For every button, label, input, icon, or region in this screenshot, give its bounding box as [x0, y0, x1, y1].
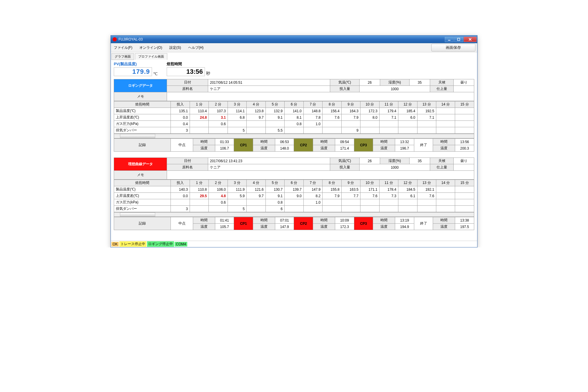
data-cell: 9	[341, 127, 360, 134]
data-cell	[209, 206, 228, 212]
ideal-section: 理想曲線データ 日付 2017/06/12 13:41:23 気温(℃) 26 …	[111, 154, 477, 232]
icp1-temp-label: 温度	[193, 224, 215, 230]
cp3-button[interactable]: CP3	[354, 139, 373, 152]
status-ok: OK	[111, 242, 119, 247]
logging-humidity: 35	[410, 79, 430, 86]
data-cell: 9.1	[265, 114, 284, 121]
data-cell	[436, 186, 455, 193]
logging-memo[interactable]	[167, 92, 474, 101]
logging-finish-amount	[454, 86, 474, 92]
cp1-temp: 106.7	[215, 145, 234, 152]
data-cell	[228, 199, 246, 206]
data-cell	[398, 199, 417, 206]
icp3-button[interactable]: CP3	[354, 217, 373, 230]
data-cell: 148.8	[303, 108, 322, 114]
menu-settings[interactable]: 設定(S)	[168, 45, 182, 51]
roast-time-unit: 秒	[206, 71, 210, 76]
cp3-time: 09:54	[335, 139, 354, 145]
data-cell	[247, 206, 265, 212]
data-cell	[436, 114, 455, 121]
pv-block: PV(製品温度) 179.9 ℃ 焙煎時間 13:56 秒	[111, 60, 477, 79]
data-cell: 0.6	[209, 199, 228, 206]
ideal-record-table: 記録 中点 時間 01:41 CP1 時間 07:01 CP2 時間 10:09…	[114, 217, 474, 230]
menu-online[interactable]: オンライン(O)	[138, 45, 163, 51]
logging-date: 2017/06/12 14:05:51	[208, 79, 330, 86]
data-cell: 7.9	[323, 193, 341, 199]
svg-rect-1	[457, 38, 460, 41]
ideal-finish-amount	[454, 164, 474, 171]
roast-time-value: 13:56	[167, 67, 205, 76]
data-cell	[455, 108, 474, 114]
minute-header: 14 分	[436, 180, 455, 186]
logging-weather: 曇り	[454, 79, 474, 86]
data-cell: 184.5	[398, 186, 417, 193]
ideal-memo[interactable]	[167, 171, 474, 180]
data-cell	[436, 193, 455, 199]
minute-header: 6 分	[285, 180, 303, 186]
data-cell	[379, 121, 398, 127]
icp1-time: 01:41	[215, 217, 234, 224]
data-cell: 106.0	[209, 186, 228, 193]
data-cell: 156.4	[323, 108, 341, 114]
data-cell	[455, 114, 474, 121]
ideal-title: 理想曲線データ	[114, 158, 167, 171]
icp2-button[interactable]: CP2	[294, 217, 313, 230]
minute-header: 13 分	[417, 101, 436, 108]
menubar: ファイル(F) オンライン(O) 設定(S) ヘルプ(H) 画面保存	[111, 43, 477, 52]
icp1-temp: 105.7	[215, 224, 234, 230]
minute-header: 9 分	[341, 101, 360, 108]
row-name: ガス圧力(kPa)	[114, 199, 171, 206]
data-cell	[323, 121, 341, 127]
scrollbar-thumb[interactable]	[120, 212, 155, 217]
ideal-input-amount: 1000	[360, 164, 430, 171]
cp2-button[interactable]: CP2	[294, 139, 313, 152]
logging-data-table: 焙煎時間投入1 分2 分3 分4 分5 分6 分7 分8 分9 分10 分11 …	[114, 101, 474, 134]
save-screen-button[interactable]: 画面保存	[431, 44, 475, 51]
data-cell: 192.1	[417, 186, 436, 193]
data-cell: 9.7	[247, 193, 265, 199]
logging-section: ロギングデータ 日付 2017/06/12 14:05:51 気温(℃) 26 …	[111, 79, 477, 154]
data-cell	[360, 121, 379, 127]
data-cell: 163.5	[341, 186, 360, 193]
data-cell: 171.1	[360, 186, 379, 193]
data-cell: 3	[171, 127, 190, 134]
close-button[interactable]	[464, 37, 477, 42]
tab-graph[interactable]: グラフ画面	[111, 53, 134, 60]
data-cell	[455, 199, 474, 206]
data-cell	[190, 206, 208, 212]
menu-help[interactable]: ヘルプ(H)	[187, 45, 205, 51]
ideal-hscrollbar[interactable]	[114, 212, 474, 217]
ideal-data-table: 焙煎時間投入1 分2 分3 分4 分5 分6 分7 分8 分9 分10 分11 …	[114, 180, 474, 212]
icp1-button[interactable]: CP1	[234, 217, 253, 230]
ideal-meta-table: 理想曲線データ 日付 2017/06/12 13:41:23 気温(℃) 26 …	[114, 158, 474, 180]
label-input-amount2: 投入量	[330, 164, 360, 171]
data-cell	[455, 127, 474, 134]
data-cell	[455, 121, 474, 127]
icp2-time: 07:01	[275, 217, 294, 224]
data-cell	[285, 206, 303, 212]
data-cell	[323, 206, 341, 212]
tab-profile[interactable]: プロファイル画面	[135, 53, 167, 60]
data-cell	[341, 199, 360, 206]
minute-header: 11 分	[379, 180, 398, 186]
cp4-temp: 196.7	[395, 145, 414, 152]
cp2-temp-label: 温度	[253, 145, 275, 152]
titlebar[interactable]: FUJIROYAL-03	[111, 36, 477, 43]
scrollbar-thumb[interactable]	[120, 134, 155, 138]
label-temp: 気温(℃)	[330, 79, 360, 86]
logging-hscrollbar[interactable]	[114, 134, 474, 138]
label-midpoint2: 中点	[171, 217, 193, 230]
row-name: 製品温度(℃)	[114, 186, 171, 193]
cp1-button[interactable]: CP1	[234, 139, 253, 152]
data-cell: 7.1	[417, 114, 436, 121]
data-cell: 7.1	[379, 114, 398, 121]
data-cell: 6	[265, 206, 284, 212]
maximize-button[interactable]	[454, 37, 463, 42]
minimize-button[interactable]	[445, 37, 454, 42]
data-cell	[247, 127, 265, 134]
menu-file[interactable]: ファイル(F)	[113, 45, 133, 51]
data-cell: 29.5	[190, 193, 208, 199]
pv-unit: ℃	[153, 71, 158, 76]
minute-header: 10 分	[360, 180, 379, 186]
minute-header: 14 分	[436, 101, 455, 108]
